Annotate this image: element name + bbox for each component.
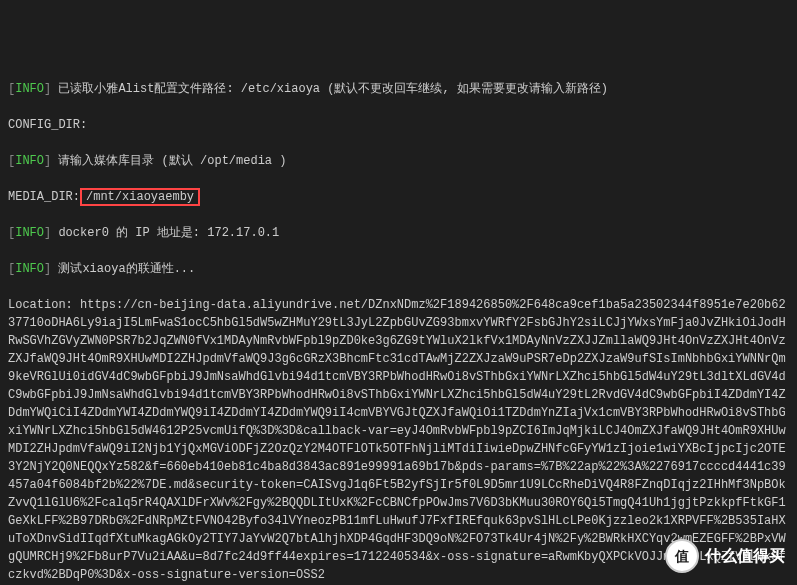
media-dir-input-highlight[interactable]: /mnt/xiaoyaemby (80, 188, 200, 206)
log-line: [INFO] docker0 的 IP 地址是: 172.17.0.1 (8, 224, 789, 242)
log-tag-info: INFO (15, 262, 44, 276)
media-dir-line: MEDIA_DIR:/mnt/xiaoyaemby (8, 188, 789, 206)
log-line: [INFO] 测试xiaoya的联通性... (8, 260, 789, 278)
log-line: [INFO] 请输入媒体库目录 (默认 /opt/media ) (8, 152, 789, 170)
config-dir-label: CONFIG_DIR: (8, 116, 789, 134)
media-dir-label: MEDIA_DIR: (8, 190, 80, 204)
log-tag-info: INFO (15, 154, 44, 168)
watermark-badge-icon: 值 (665, 539, 699, 573)
log-line: [INFO] 已读取小雅Alist配置文件路径: /etc/xiaoya (默认… (8, 80, 789, 98)
watermark-text: 什么值得买 (705, 544, 785, 568)
watermark: 值 什么值得买 (665, 539, 785, 573)
log-tag-info: INFO (15, 226, 44, 240)
log-tag-info: INFO (15, 82, 44, 96)
